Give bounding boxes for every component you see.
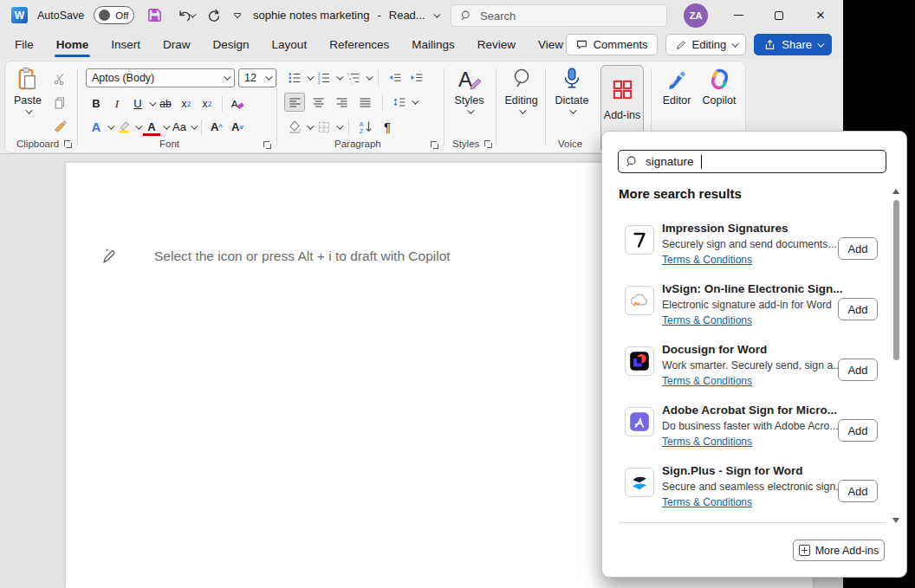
paragraph-group-label: Paragraph bbox=[334, 139, 381, 149]
customize-toolbar-button[interactable] bbox=[234, 13, 241, 17]
panel-scrollbar[interactable] bbox=[892, 187, 900, 525]
align-left-button[interactable] bbox=[284, 93, 305, 112]
copilot-draft-hint[interactable]: Select the icon or press Alt + i to draf… bbox=[97, 246, 451, 267]
redo-button[interactable] bbox=[204, 4, 224, 27]
terms-and-conditions-link[interactable]: Terms & Conditions bbox=[662, 496, 752, 508]
tab-review[interactable]: Review bbox=[466, 30, 527, 59]
format-painter-button[interactable] bbox=[50, 118, 69, 136]
scroll-thumb[interactable] bbox=[893, 200, 899, 360]
terms-and-conditions-link[interactable]: Terms & Conditions bbox=[662, 375, 752, 387]
underline-button[interactable]: U bbox=[128, 94, 147, 113]
add-button[interactable]: Add bbox=[838, 237, 878, 260]
tab-insert[interactable]: Insert bbox=[100, 30, 152, 59]
numbering-chevron[interactable] bbox=[336, 73, 343, 80]
bullets-chevron[interactable] bbox=[307, 73, 314, 80]
svg-text:A: A bbox=[231, 97, 238, 108]
ivsign-icon bbox=[625, 286, 654, 315]
multilevel-chevron[interactable] bbox=[366, 73, 373, 80]
more-add-ins-button[interactable]: More Add-ins bbox=[793, 540, 885, 561]
maximize-button[interactable] bbox=[764, 0, 794, 30]
add-button[interactable]: Add bbox=[838, 359, 878, 381]
superscript-button[interactable]: x2 bbox=[198, 94, 217, 113]
editor-button[interactable]: Editor bbox=[655, 66, 698, 107]
font-size-select[interactable]: 12 bbox=[238, 68, 276, 87]
add-button[interactable]: Add bbox=[838, 480, 878, 502]
align-center-button[interactable] bbox=[308, 93, 328, 112]
change-case-chevron[interactable] bbox=[191, 122, 198, 129]
font-color-button[interactable]: A bbox=[142, 118, 161, 136]
shading-button[interactable] bbox=[285, 118, 304, 136]
comments-button[interactable]: Comments bbox=[566, 34, 658, 55]
numbering-button[interactable]: 123 bbox=[315, 68, 334, 87]
copilot-button[interactable]: Copilot bbox=[697, 66, 742, 107]
bullets-button[interactable] bbox=[285, 68, 304, 87]
search-box[interactable]: Search bbox=[451, 4, 667, 27]
styles-button[interactable]: A Styles bbox=[445, 66, 493, 114]
add-ins-search-input[interactable]: signature bbox=[618, 150, 886, 173]
italic-button[interactable]: I bbox=[107, 94, 127, 113]
terms-and-conditions-link[interactable]: Terms & Conditions bbox=[662, 436, 752, 448]
title-dropdown-chevron[interactable] bbox=[433, 10, 440, 17]
editing-mode-button[interactable]: Editing bbox=[665, 34, 747, 55]
cut-button[interactable] bbox=[50, 69, 69, 87]
account-avatar[interactable]: ZA bbox=[684, 3, 708, 28]
svg-text:i: i bbox=[351, 80, 352, 84]
terms-and-conditions-link[interactable]: Terms & Conditions bbox=[662, 314, 752, 326]
sort-button[interactable]: AZ bbox=[356, 118, 375, 136]
borders-button[interactable] bbox=[315, 118, 334, 136]
strikethrough-button[interactable]: ab bbox=[156, 94, 175, 113]
copilot-pen-icon[interactable] bbox=[97, 246, 118, 267]
tab-design[interactable]: Design bbox=[202, 30, 261, 59]
voice-group-label: Voice bbox=[558, 139, 582, 149]
tab-layout[interactable]: Layout bbox=[261, 30, 319, 59]
show-hide-marks-button[interactable]: ¶ bbox=[378, 118, 397, 136]
tab-file[interactable]: File bbox=[3, 30, 45, 59]
copy-button[interactable] bbox=[50, 94, 69, 112]
highlight-button[interactable] bbox=[114, 118, 133, 136]
increase-indent-button[interactable] bbox=[407, 68, 426, 87]
font-dialog-launcher[interactable] bbox=[263, 141, 271, 149]
scroll-up-arrow[interactable] bbox=[892, 189, 899, 194]
tab-home[interactable]: Home bbox=[45, 30, 101, 59]
document-title[interactable]: sophie notes marketing - Read... bbox=[253, 0, 438, 30]
paste-dropdown-chevron[interactable] bbox=[25, 107, 32, 113]
grow-font-button[interactable]: A^ bbox=[207, 118, 226, 136]
autosave-toggle[interactable]: Off bbox=[94, 6, 134, 24]
paste-button[interactable]: Paste bbox=[14, 66, 42, 114]
bullets-icon bbox=[288, 71, 302, 85]
save-button[interactable] bbox=[144, 4, 165, 27]
tab-references[interactable]: References bbox=[318, 30, 400, 59]
subscript-button[interactable]: x2 bbox=[177, 94, 196, 113]
styles-dialog-launcher[interactable] bbox=[484, 140, 492, 148]
text-effects-button[interactable]: A bbox=[87, 118, 106, 136]
line-spacing-chevron[interactable] bbox=[412, 97, 419, 104]
align-right-button[interactable] bbox=[331, 93, 352, 112]
word-app-icon[interactable]: W bbox=[11, 7, 28, 23]
add-button[interactable]: Add bbox=[838, 298, 878, 320]
undo-dropdown-chevron[interactable] bbox=[189, 10, 196, 17]
change-case-button[interactable]: Aa bbox=[170, 118, 189, 136]
borders-chevron[interactable] bbox=[336, 122, 343, 129]
line-spacing-button[interactable] bbox=[390, 94, 409, 112]
scroll-down-arrow[interactable] bbox=[892, 518, 899, 523]
editing-button[interactable]: Editing bbox=[497, 66, 545, 114]
clipboard-dialog-launcher[interactable] bbox=[64, 140, 72, 148]
tab-mailings[interactable]: Mailings bbox=[400, 30, 466, 59]
clear-formatting-button[interactable]: A bbox=[228, 94, 247, 113]
dictate-button[interactable]: Dictate bbox=[548, 66, 596, 114]
justify-button[interactable] bbox=[354, 93, 375, 112]
minimize-icon bbox=[734, 15, 743, 16]
multilevel-list-button[interactable]: 1ai bbox=[344, 68, 363, 87]
share-button[interactable]: Share bbox=[754, 34, 832, 55]
paragraph-dialog-launcher[interactable] bbox=[431, 141, 438, 149]
terms-and-conditions-link[interactable]: Terms & Conditions bbox=[662, 254, 752, 266]
minimize-button[interactable] bbox=[724, 0, 753, 30]
shrink-font-button[interactable]: Av bbox=[228, 118, 247, 136]
close-button[interactable]: × bbox=[806, 0, 835, 30]
font-name-select[interactable]: Aptos (Body) bbox=[86, 68, 235, 87]
bold-button[interactable]: B bbox=[87, 94, 106, 113]
decrease-indent-button[interactable] bbox=[386, 68, 405, 87]
add-button[interactable]: Add bbox=[838, 419, 878, 442]
shading-chevron[interactable] bbox=[307, 122, 314, 129]
tab-draw[interactable]: Draw bbox=[152, 30, 202, 59]
